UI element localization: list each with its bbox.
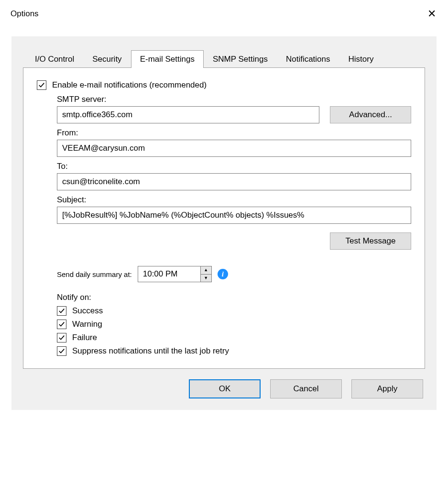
tab-io-control[interactable]: I/O Control [26, 50, 83, 68]
notify-warning-checkbox[interactable] [57, 320, 66, 329]
enable-email-row: Enable e-mail notifications (recommended… [37, 80, 411, 90]
subject-label: Subject: [57, 195, 411, 205]
dialog-outer-padding: I/O Control Security E-mail Settings SNM… [0, 25, 448, 410]
dialog-body: I/O Control Security E-mail Settings SNM… [11, 36, 437, 410]
apply-button[interactable]: Apply [351, 379, 423, 398]
check-icon [58, 321, 65, 328]
daily-summary-label: Send daily summary at: [57, 270, 132, 278]
ok-button[interactable]: OK [189, 379, 261, 398]
notify-failure-label: Failure [72, 333, 97, 342]
options-dialog: Options ✕ I/O Control Security E-mail Se… [0, 0, 448, 497]
notify-block: Notify on: Success Warning [57, 293, 411, 356]
tab-panel-email: Enable e-mail notifications (recommended… [23, 67, 425, 369]
info-icon[interactable]: i [218, 269, 228, 279]
tab-notifications[interactable]: Notifications [277, 50, 339, 68]
dialog-button-bar: OK Cancel Apply [23, 369, 425, 410]
notify-suppress-row: Suppress notifications until the last jo… [57, 346, 411, 356]
notify-success-row: Success [57, 306, 411, 316]
daily-summary-row: Send daily summary at: ▲ ▼ i [57, 266, 411, 282]
notify-suppress-checkbox[interactable] [57, 346, 66, 356]
notify-success-label: Success [72, 306, 103, 316]
tab-email-settings[interactable]: E-mail Settings [131, 50, 204, 68]
email-fields: SMTP server: Advanced... From: To: Subje… [57, 95, 411, 356]
notify-success-checkbox[interactable] [57, 306, 66, 316]
from-label: From: [57, 128, 411, 138]
notify-suppress-label: Suppress notifications until the last jo… [72, 346, 229, 356]
check-icon [58, 334, 65, 341]
daily-summary-time-spinner[interactable]: ▲ ▼ [138, 266, 212, 282]
tab-history[interactable]: History [339, 50, 383, 68]
check-icon [38, 82, 45, 88]
advanced-button[interactable]: Advanced... [330, 106, 411, 123]
subject-input[interactable] [57, 207, 411, 224]
to-label: To: [57, 162, 411, 171]
tab-snmp-settings[interactable]: SNMP Settings [204, 50, 277, 68]
dialog-title: Options [11, 9, 39, 19]
notify-failure-row: Failure [57, 333, 411, 342]
spinner-down-icon[interactable]: ▼ [201, 275, 211, 282]
to-input[interactable] [57, 173, 411, 190]
smtp-server-input[interactable] [57, 106, 319, 123]
notify-failure-checkbox[interactable] [57, 333, 66, 342]
cancel-button[interactable]: Cancel [270, 379, 342, 398]
title-bar: Options ✕ [0, 0, 448, 25]
enable-email-checkbox[interactable] [37, 80, 46, 90]
enable-email-label: Enable e-mail notifications (recommended… [52, 80, 207, 90]
smtp-label: SMTP server: [57, 95, 411, 104]
spinner-up-icon[interactable]: ▲ [201, 266, 211, 275]
test-message-button[interactable]: Test Message [330, 232, 411, 250]
tab-security[interactable]: Security [83, 50, 131, 68]
tab-strip: I/O Control Security E-mail Settings SNM… [23, 36, 425, 67]
close-icon[interactable]: ✕ [422, 9, 441, 19]
from-input[interactable] [57, 140, 411, 157]
notify-warning-label: Warning [72, 320, 102, 329]
check-icon [58, 348, 65, 354]
notify-on-label: Notify on: [57, 293, 411, 302]
notify-warning-row: Warning [57, 320, 411, 329]
daily-summary-time-input[interactable] [138, 266, 200, 282]
check-icon [58, 308, 65, 314]
